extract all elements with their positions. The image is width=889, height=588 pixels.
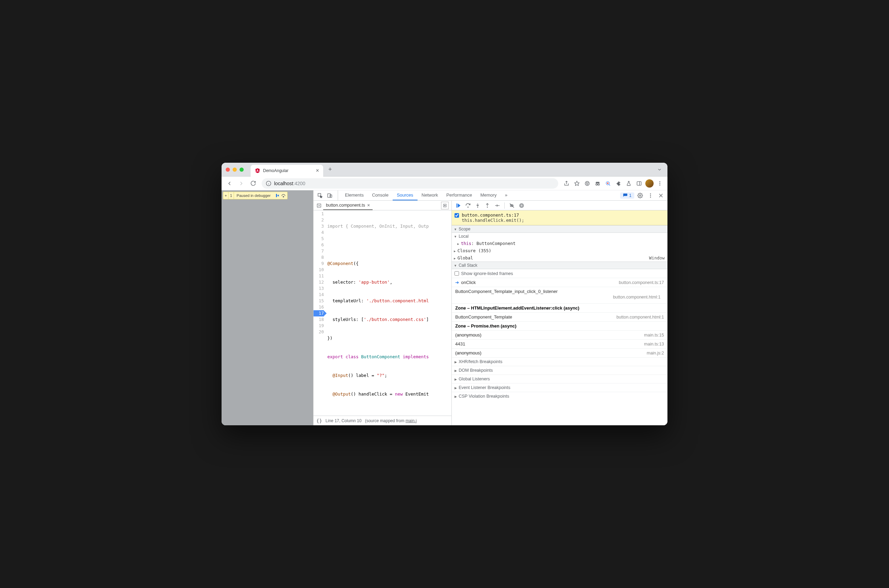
step-over-button[interactable] [464, 201, 473, 210]
callstack-header[interactable]: Call Stack [452, 261, 667, 269]
stack-frame[interactable]: ButtonComponent_Template_input_click_0_l… [452, 287, 667, 303]
svg-point-20 [659, 184, 661, 186]
scope-closure-row[interactable]: Closure (355) [452, 247, 667, 254]
source-file-tab[interactable]: button.component.ts × [323, 201, 372, 210]
resume-button[interactable] [454, 201, 463, 210]
svg-point-44 [499, 205, 500, 206]
browser-tab[interactable]: DemoAngular × [251, 165, 323, 177]
scope-header[interactable]: Scope [452, 225, 667, 233]
tabs-overflow-button[interactable] [656, 166, 663, 173]
breakpoints-section: button.component.ts:17 this.handleClick.… [452, 210, 667, 225]
paused-counter: 1 [228, 192, 234, 199]
inspect-element-icon[interactable] [315, 191, 324, 200]
breakpoint-checkbox[interactable] [455, 213, 459, 218]
sidepanel-icon[interactable] [634, 178, 644, 189]
paused-plus-button[interactable]: + [223, 192, 228, 199]
svg-rect-16 [637, 182, 641, 185]
svg-point-42 [487, 207, 488, 208]
device-toolbar-icon[interactable] [325, 191, 334, 200]
new-tab-button[interactable]: + [325, 165, 335, 174]
pretty-print-button[interactable]: {} [316, 418, 322, 423]
scope-this-row[interactable]: this: ButtonComponent [452, 240, 667, 247]
paused-resume-icon[interactable] [275, 193, 279, 198]
run-snippet-icon[interactable] [441, 202, 449, 209]
workspace: + 1 Paused in debugger Elements Conso [222, 190, 667, 425]
code-lines[interactable]: import { Component, OnInit, Input, Outp … [326, 210, 451, 416]
svg-point-7 [585, 182, 589, 186]
event-listener-breakpoints-header[interactable]: Event Listener Breakpoints [452, 383, 667, 392]
reload-button[interactable] [248, 178, 258, 189]
step-out-button[interactable] [483, 201, 492, 210]
extensions-icon[interactable] [614, 178, 623, 189]
browser-menu-icon[interactable] [655, 178, 665, 189]
breakpoint-file[interactable]: button.component.ts:17 [462, 213, 524, 218]
scope-local-header[interactable]: Local [452, 233, 667, 240]
close-file-icon[interactable]: × [367, 202, 370, 208]
tab-elements[interactable]: Elements [341, 190, 368, 200]
site-info-icon[interactable] [266, 181, 271, 186]
source-panel: button.component.ts × 123456789101112131… [314, 201, 452, 425]
debugger-toolbar [452, 201, 667, 210]
step-into-button[interactable] [473, 201, 482, 210]
global-listeners-header[interactable]: Global Listeners [452, 375, 667, 383]
dom-breakpoints-header[interactable]: DOM Breakpoints [452, 366, 667, 375]
address-bar[interactable]: localhost:4200 [262, 178, 558, 189]
toolbar-icons [562, 178, 665, 189]
bookmark-star-icon[interactable] [572, 178, 582, 189]
devtools-menu-icon[interactable] [646, 190, 655, 201]
stack-zone[interactable]: Zone – Promise.then (async) [452, 321, 667, 330]
svg-point-9 [587, 182, 588, 183]
close-window-button[interactable] [226, 168, 230, 172]
devtools-close-icon[interactable] [656, 190, 665, 201]
paused-stepover-icon[interactable] [281, 193, 286, 198]
navigator-toggle-icon[interactable] [315, 201, 323, 210]
share-icon[interactable] [562, 178, 571, 189]
minimize-window-button[interactable] [233, 168, 237, 172]
nav-back-button[interactable] [224, 178, 235, 189]
xhr-breakpoints-header[interactable]: XHR/fetch Breakpoints [452, 357, 667, 366]
svg-rect-48 [522, 204, 522, 206]
stack-frame[interactable]: 4431main.ts:13 [452, 339, 667, 348]
settings-gear-icon[interactable] [636, 190, 645, 201]
line-gutter[interactable]: 1234567891011121314151617181920 [314, 210, 326, 416]
pause-on-exceptions-button[interactable] [517, 201, 526, 210]
step-button[interactable] [493, 201, 502, 210]
tab-network[interactable]: Network [417, 190, 442, 200]
labs-icon[interactable] [624, 178, 634, 189]
ignore-frames-checkbox[interactable] [455, 271, 459, 276]
svg-rect-47 [521, 204, 521, 206]
tab-memory[interactable]: Memory [476, 190, 501, 200]
svg-point-28 [650, 194, 651, 195]
ext-lens-icon[interactable] [603, 178, 613, 189]
stack-frame[interactable]: (anonymous)main.ts:15 [452, 330, 667, 339]
svg-point-18 [659, 182, 661, 182]
stack-frame[interactable]: ButtonComponent_Templatebutton.component… [452, 312, 667, 321]
stack-frame[interactable]: (anonymous)main.js:2 [452, 348, 667, 357]
ext-incognito-icon[interactable] [593, 178, 602, 189]
browser-toolbar: localhost:4200 [222, 177, 667, 190]
svg-marker-35 [444, 205, 446, 206]
profile-avatar[interactable] [645, 178, 654, 189]
scope-global-row[interactable]: GlobalWindow [452, 254, 667, 261]
svg-point-8 [586, 182, 587, 183]
show-ignored-frames[interactable]: Show ignore-listed frames [452, 269, 667, 278]
csp-breakpoints-header[interactable]: CSP Violation Breakpoints [452, 392, 667, 400]
tab-console[interactable]: Console [368, 190, 393, 200]
tab-sources[interactable]: Sources [393, 190, 417, 200]
stack-zone[interactable]: Zone – HTMLInputElement.addEventListener… [452, 303, 667, 312]
issues-chip[interactable]: 1 [620, 192, 634, 199]
nav-forward-button[interactable] [236, 178, 246, 189]
maximize-window-button[interactable] [240, 168, 244, 172]
stack-frame[interactable]: ➔ onClick button.component.ts:17 [452, 278, 667, 287]
devtools-body: button.component.ts × 123456789101112131… [314, 201, 667, 425]
close-tab-button[interactable]: × [316, 168, 319, 174]
angular-favicon-icon [255, 168, 260, 173]
tabs-overflow[interactable]: » [501, 190, 512, 200]
svg-point-14 [607, 182, 608, 184]
tab-performance[interactable]: Performance [442, 190, 476, 200]
code-editor[interactable]: 1234567891011121314151617181920 import {… [314, 210, 451, 416]
svg-line-15 [609, 184, 610, 185]
devtools-header: Elements Console Sources Network Perform… [314, 190, 667, 201]
deactivate-breakpoints-button[interactable] [508, 201, 517, 210]
ext1-icon[interactable] [583, 178, 592, 189]
